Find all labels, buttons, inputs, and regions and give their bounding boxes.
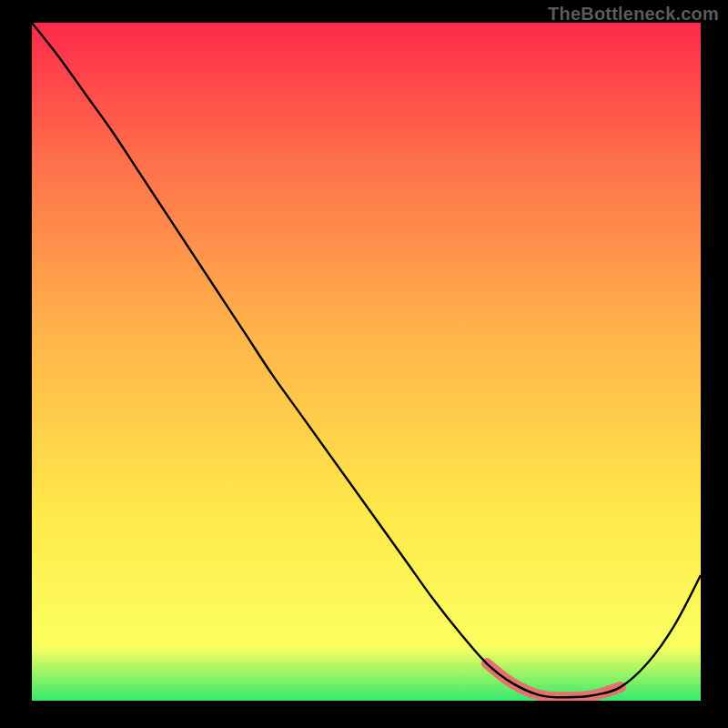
plot-svg bbox=[32, 23, 701, 701]
chart-stage: TheBottleneck.com bbox=[0, 0, 728, 728]
gradient-background bbox=[32, 23, 701, 701]
watermark-label: TheBottleneck.com bbox=[548, 4, 719, 25]
bottleneck-plot bbox=[32, 23, 701, 701]
